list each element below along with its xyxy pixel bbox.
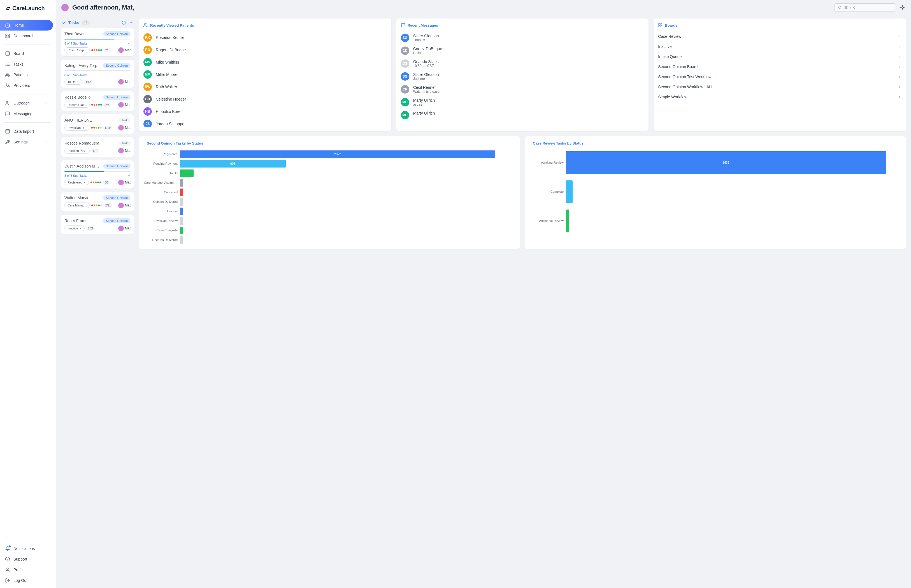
patient-item[interactable]: MMMiller Moore <box>144 68 387 81</box>
chart-bar[interactable] <box>180 208 183 215</box>
task-status[interactable]: Inactive <box>65 226 85 231</box>
task-status[interactable]: Records Del... <box>65 102 90 108</box>
nav-item-tasks[interactable]: Tasks <box>0 59 53 69</box>
user-avatar[interactable] <box>61 4 69 11</box>
global-search[interactable]: ⌘ + K <box>834 3 896 12</box>
task-assignee[interactable]: Mat <box>118 79 131 85</box>
subtasks-toggle[interactable]: 3 of 5 Sub-Tasks <box>65 174 131 177</box>
board-item[interactable]: Intake Queue <box>658 52 901 61</box>
refresh-icon[interactable] <box>121 21 126 25</box>
subtasks-label: 0 of 5 Sub-Tasks <box>65 73 87 77</box>
nav-item-settings[interactable]: Settings <box>0 137 53 147</box>
nav-item-outreach[interactable]: Outreach <box>0 98 53 108</box>
nav-item-providers[interactable]: Providers <box>0 80 53 91</box>
chart-bar[interactable]: 695 <box>180 160 286 168</box>
task-card[interactable]: Thea BayerSecond Opinion3 of 4 Sub-Tasks… <box>61 28 134 56</box>
import-icon <box>5 129 10 134</box>
board-item[interactable]: Case Review <box>658 31 901 42</box>
tasks-title: Tasks <box>68 21 79 25</box>
board-item[interactable]: Inactive <box>658 42 901 52</box>
task-assignee[interactable]: Mat <box>118 202 131 208</box>
task-card[interactable]: Roger FramiSecond OpinionInactive 2/21Ma… <box>61 215 134 234</box>
message-from: Marty Ullrich <box>413 111 435 115</box>
nav-item-data-import[interactable]: Data Import <box>0 126 53 137</box>
nav-item-notifications[interactable]: Notifications <box>0 543 53 554</box>
sidebar-collapse[interactable]: ‹ <box>0 533 56 542</box>
patient-item[interactable]: RDRogers DuBuque <box>144 44 387 56</box>
chart-bar[interactable] <box>180 179 183 187</box>
task-count: 2/7 <box>103 103 111 107</box>
task-card[interactable]: Kaleigh,Avery TorpSecond Opinion0 of 5 S… <box>61 60 134 88</box>
chart-bar[interactable] <box>180 217 183 225</box>
chart-bar[interactable] <box>180 170 194 177</box>
task-assignee[interactable]: Mat <box>118 102 131 108</box>
message-item[interactable]: MUMarty Ullrichasdas <box>401 96 644 109</box>
board-item[interactable]: Second Opinion Board <box>658 61 901 72</box>
task-card[interactable]: Roscoe RomagueraTaskPending Pay...6/7Mat <box>61 137 134 157</box>
task-card[interactable]: Dustin,Addison McCull…Second Opinion3 of… <box>61 160 134 189</box>
chart-bar[interactable]: 1433 <box>566 151 886 174</box>
bell-icon <box>5 546 10 551</box>
task-assignee[interactable]: Mat <box>118 148 131 153</box>
nav-item-board[interactable]: Board <box>0 48 53 59</box>
patient-item[interactable]: JSJordan Schuppe <box>144 118 387 127</box>
message-item[interactable]: OSOrlando Skiles10:50am CST <box>401 57 644 70</box>
chart-bar[interactable] <box>180 227 183 234</box>
theme-toggle[interactable] <box>899 4 906 11</box>
tasks-icon <box>5 61 10 67</box>
task-count: 2/8 <box>103 48 111 52</box>
patient-avatar: MS <box>144 58 152 66</box>
task-status[interactable]: Case Compl... <box>65 47 90 53</box>
patient-item[interactable]: RWRuth Walker <box>144 81 387 93</box>
message-item[interactable]: CRCecil RennerWatch this please <box>401 83 644 96</box>
app-logo[interactable]: CareLaunch <box>0 0 56 16</box>
task-status[interactable]: Pending Pay... <box>65 148 90 153</box>
task-assignee[interactable]: Mat <box>118 179 131 185</box>
chevron-down-icon <box>127 73 131 77</box>
message-item[interactable]: MUMarty Ullrich <box>401 109 644 121</box>
nav-item-patients[interactable]: Patients <box>0 69 53 80</box>
patient-item[interactable]: MSMike Smithss <box>144 56 387 68</box>
message-from: Orlando Skiles <box>413 60 439 64</box>
task-assignee[interactable]: Mat <box>118 125 131 131</box>
nav-label: Log Out <box>13 578 27 583</box>
nav-item-profile[interactable]: Profile <box>0 564 53 575</box>
message-item[interactable]: CDCortez DuBuqueHello <box>401 44 644 57</box>
task-status[interactable]: Physician R... <box>65 125 89 131</box>
patient-item[interactable]: CHCelestine Hoeger <box>144 93 387 105</box>
add-task-icon[interactable] <box>129 21 133 25</box>
nav-item-support[interactable]: Support <box>0 554 53 564</box>
board-item[interactable]: Second Opinion Workflow - ALL <box>658 82 901 92</box>
message-item[interactable]: SGSister GleasonJust me <box>401 70 644 83</box>
nav-item-dashboard[interactable]: Dashboard <box>0 31 53 41</box>
board-item[interactable]: Simple Workflow <box>658 92 901 102</box>
task-card[interactable]: Rossie Bode ♡Second OpinionRecords Del..… <box>61 91 134 111</box>
svg-rect-4 <box>6 52 10 55</box>
subtasks-toggle[interactable]: 0 of 5 Sub-Tasks <box>65 73 131 77</box>
chart-bar[interactable] <box>180 236 183 244</box>
nav-item-home[interactable]: Home <box>0 20 53 31</box>
chart-bar[interactable] <box>566 210 569 232</box>
task-assignee[interactable]: Mat <box>118 47 131 53</box>
nav-item-messaging[interactable]: Messaging <box>0 108 53 119</box>
subtasks-toggle[interactable]: 3 of 4 Sub-Tasks <box>65 42 131 45</box>
patient-item[interactable]: RKRosendo Kemer <box>144 31 387 44</box>
chart-bar[interactable] <box>180 189 183 196</box>
patient-avatar: MM <box>144 70 152 79</box>
task-assignee[interactable]: Mat <box>118 226 131 231</box>
message-item[interactable]: SGSister GleasonThanks! <box>401 31 644 44</box>
board-name: Case Review <box>658 34 681 39</box>
patient-name: Rogers DuBuque <box>156 48 186 52</box>
task-status[interactable]: Registered <box>65 179 89 185</box>
chart-bar[interactable] <box>180 198 183 206</box>
task-status[interactable]: To Do <box>65 79 82 85</box>
nav-item-log-out[interactable]: Log Out <box>0 575 53 586</box>
task-status[interactable]: Care Manag... <box>65 202 90 208</box>
patient-item[interactable]: HBHippolito Borer <box>144 105 387 118</box>
task-card[interactable]: Walton MarvinSecond OpinionCare Manag...… <box>61 192 134 212</box>
logo-icon <box>6 6 11 11</box>
chart-bar[interactable]: 2072 <box>180 150 495 158</box>
board-item[interactable]: Second Opinion Test Workflow -... <box>658 72 901 82</box>
chart-bar[interactable] <box>566 180 573 203</box>
task-card[interactable]: ANOTHERONETaskPhysician R...6/19Mat <box>61 114 134 134</box>
